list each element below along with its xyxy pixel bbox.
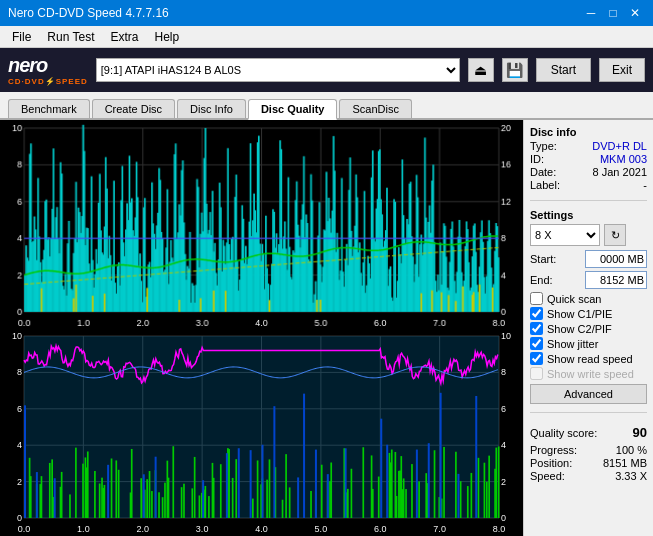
- position-label: Position:: [530, 457, 572, 469]
- menu-run-test[interactable]: Run Test: [39, 28, 102, 46]
- menu-bar: File Run Test Extra Help: [0, 26, 653, 48]
- refresh-button[interactable]: ↻: [604, 224, 626, 246]
- tab-benchmark[interactable]: Benchmark: [8, 99, 90, 118]
- disc-date-row: Date: 8 Jan 2021: [530, 166, 647, 178]
- maximize-button[interactable]: □: [603, 4, 623, 22]
- c2-pif-row: Show C2/PIF: [530, 322, 647, 335]
- write-speed-label: Show write speed: [547, 368, 634, 380]
- jitter-label: Show jitter: [547, 338, 598, 350]
- tab-scan-disc[interactable]: ScanDisc: [339, 99, 411, 118]
- position-row: Position: 8151 MB: [530, 457, 647, 469]
- menu-help[interactable]: Help: [147, 28, 188, 46]
- disc-label-value: -: [643, 179, 647, 191]
- right-panel: Disc info Type: DVD+R DL ID: MKM 003 Dat…: [523, 120, 653, 536]
- main-content: Disc info Type: DVD+R DL ID: MKM 003 Dat…: [0, 120, 653, 536]
- disc-id-value: MKM 003: [600, 153, 647, 165]
- speed-value: 3.33 X: [615, 470, 647, 482]
- charts-area: [0, 120, 523, 536]
- window-title: Nero CD-DVD Speed 4.7.7.16: [8, 6, 169, 20]
- title-bar: Nero CD-DVD Speed 4.7.7.16 ─ □ ✕: [0, 0, 653, 26]
- speed-row2: Speed: 3.33 X: [530, 470, 647, 482]
- nero-logo: nero: [8, 54, 88, 77]
- disc-label-row: Label: -: [530, 179, 647, 191]
- quick-scan-label: Quick scan: [547, 293, 601, 305]
- disc-date-value: 8 Jan 2021: [593, 166, 647, 178]
- disc-id-label: ID:: [530, 153, 544, 165]
- save-icon-btn[interactable]: 💾: [502, 58, 528, 82]
- jitter-row: Show jitter: [530, 337, 647, 350]
- position-value: 8151 MB: [603, 457, 647, 469]
- advanced-button[interactable]: Advanced: [530, 384, 647, 404]
- c1-pie-label: Show C1/PIE: [547, 308, 612, 320]
- disc-info-section: Disc info Type: DVD+R DL ID: MKM 003 Dat…: [530, 126, 647, 192]
- end-input[interactable]: [585, 271, 647, 289]
- disc-label-label: Label:: [530, 179, 560, 191]
- window-controls: ─ □ ✕: [581, 4, 645, 22]
- settings-section: Settings 8 X 4 X MAX ↻ Start: End: Quick…: [530, 209, 647, 404]
- end-mb-row: End:: [530, 271, 647, 289]
- disc-type-label: Type:: [530, 140, 557, 152]
- disc-date-label: Date:: [530, 166, 556, 178]
- c1-pie-checkbox[interactable]: [530, 307, 543, 320]
- end-label: End:: [530, 274, 553, 286]
- read-speed-checkbox[interactable]: [530, 352, 543, 365]
- start-input[interactable]: [585, 250, 647, 268]
- pie-chart: [2, 122, 521, 330]
- tab-disc-quality[interactable]: Disc Quality: [248, 99, 338, 120]
- separator-1: [530, 200, 647, 201]
- read-speed-row: Show read speed: [530, 352, 647, 365]
- quick-scan-row: Quick scan: [530, 292, 647, 305]
- disc-type-value: DVD+R DL: [592, 140, 647, 152]
- disc-id-row: ID: MKM 003: [530, 153, 647, 165]
- minimize-button[interactable]: ─: [581, 4, 601, 22]
- c1-pie-row: Show C1/PIE: [530, 307, 647, 320]
- menu-file[interactable]: File: [4, 28, 39, 46]
- quality-score-value: 90: [633, 425, 647, 440]
- read-speed-label: Show read speed: [547, 353, 633, 365]
- drive-select[interactable]: [9:1] ATAPI iHAS124 B AL0S: [96, 58, 460, 82]
- progress-section: Progress: 100 % Position: 8151 MB Speed:…: [530, 444, 647, 483]
- close-button[interactable]: ✕: [625, 4, 645, 22]
- tab-create-disc[interactable]: Create Disc: [92, 99, 175, 118]
- start-mb-row: Start:: [530, 250, 647, 268]
- menu-extra[interactable]: Extra: [102, 28, 146, 46]
- separator-2: [530, 412, 647, 413]
- speed-row: 8 X 4 X MAX ↻: [530, 224, 647, 246]
- c2-pif-label: Show C2/PIF: [547, 323, 612, 335]
- jitter-chart: [2, 330, 521, 536]
- write-speed-row: Show write speed: [530, 367, 647, 380]
- disc-info-title: Disc info: [530, 126, 647, 138]
- c2-pif-checkbox[interactable]: [530, 322, 543, 335]
- start-label: Start:: [530, 253, 556, 265]
- settings-title: Settings: [530, 209, 647, 221]
- progress-value: 100 %: [616, 444, 647, 456]
- write-speed-checkbox: [530, 367, 543, 380]
- disc-type-row: Type: DVD+R DL: [530, 140, 647, 152]
- nero-logo-block: nero CD·DVD⚡SPEED: [8, 54, 88, 86]
- quality-score-label: Quality score:: [530, 427, 597, 439]
- tabs-bar: Benchmark Create Disc Disc Info Disc Qua…: [0, 92, 653, 120]
- eject-icon-btn[interactable]: ⏏: [468, 58, 494, 82]
- progress-row: Progress: 100 %: [530, 444, 647, 456]
- progress-label: Progress:: [530, 444, 577, 456]
- speed-label: Speed:: [530, 470, 565, 482]
- quick-scan-checkbox[interactable]: [530, 292, 543, 305]
- tab-disc-info[interactable]: Disc Info: [177, 99, 246, 118]
- exit-button[interactable]: Exit: [599, 58, 645, 82]
- speed-select[interactable]: 8 X 4 X MAX: [530, 224, 600, 246]
- app-header: nero CD·DVD⚡SPEED [9:1] ATAPI iHAS124 B …: [0, 48, 653, 92]
- jitter-checkbox[interactable]: [530, 337, 543, 350]
- nero-sub-logo: CD·DVD⚡SPEED: [8, 77, 88, 86]
- quality-score-row: Quality score: 90: [530, 425, 647, 440]
- start-button[interactable]: Start: [536, 58, 591, 82]
